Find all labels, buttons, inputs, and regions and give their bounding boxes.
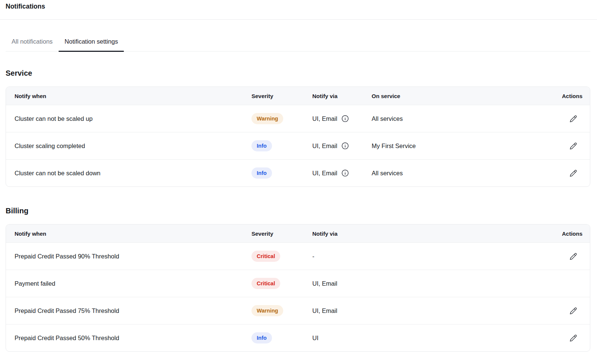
actions-cell [538,113,590,124]
pencil-icon [569,252,577,260]
pencil-icon [569,142,577,150]
pencil-icon [569,169,577,177]
on-service-cell: All services [372,170,538,177]
column-header-severity: Severity [251,230,312,237]
severity-cell: Info [251,140,312,151]
on-service-cell: All services [372,115,538,122]
notify-when-cell: Cluster can not be scaled up [6,115,251,122]
notify-when-cell: Cluster scaling completed [6,142,251,150]
tab-all-notifications[interactable]: All notifications [6,38,59,51]
notify-via-text: UI, Email [312,170,337,177]
billing-table-header-row: Notify when Severity Notify via Actions [6,225,590,242]
page-header: Notifications [0,0,597,20]
notify-when-cell: Prepaid Credit Passed 90% Threshold [6,253,251,260]
column-header-actions: Actions [538,230,590,237]
notify-via-cell: - [312,253,538,260]
billing-section: Billing Notify when Severity Notify via … [6,206,590,352]
table-row: Prepaid Credit Passed 90% Threshold Crit… [6,242,590,270]
column-header-on-service: On service [372,93,538,99]
severity-badge: Warning [251,305,283,316]
severity-badge: Critical [251,278,280,289]
actions-cell [538,141,590,151]
info-circle-icon[interactable] [341,169,349,177]
notify-when-cell: Cluster can not be scaled down [6,170,251,177]
tab-notification-settings[interactable]: Notification settings [59,38,124,51]
severity-badge: Info [251,167,272,179]
section-heading-billing: Billing [6,206,590,215]
actions-cell [538,333,590,343]
table-row: Prepaid Credit Passed 50% Threshold Info… [6,324,590,351]
edit-button[interactable] [568,113,579,124]
table-row: Cluster scaling completed Info UI, Email… [6,132,590,159]
column-header-notify-via: Notify via [312,93,372,99]
notify-via-cell: UI [312,335,538,342]
pencil-icon [569,115,577,123]
severity-badge: Info [251,332,272,343]
notify-via-text: UI, Email [312,115,337,122]
info-circle-icon[interactable] [341,115,349,122]
notify-when-cell: Prepaid Credit Passed 50% Threshold [6,335,251,342]
severity-cell: Warning [251,113,312,124]
on-service-cell: My First Service [372,142,538,150]
tab-bar: All notifications Notification settings [6,38,590,51]
section-heading-service: Service [6,69,590,78]
severity-cell: Critical [251,278,312,289]
edit-button[interactable] [568,305,579,316]
column-header-notify-when: Notify when [6,230,251,237]
edit-button[interactable] [568,141,579,151]
notify-when-cell: Prepaid Credit Passed 75% Threshold [6,307,251,314]
notify-via-text: UI, Email [312,142,337,150]
column-header-actions: Actions [538,93,590,99]
notify-via-cell: UI, Email [312,280,538,287]
severity-badge: Warning [251,113,283,124]
notify-when-cell: Payment failed [6,280,251,287]
severity-cell: Info [251,167,312,179]
main-content: Service Notify when Severity Notify via … [6,69,590,352]
severity-badge: Info [251,140,272,151]
table-row: Payment failed Critical UI, Email [6,270,590,297]
table-row: Prepaid Credit Passed 75% Threshold Warn… [6,297,590,324]
column-header-severity: Severity [251,93,312,99]
edit-button[interactable] [568,168,579,179]
billing-table: Notify when Severity Notify via Actions … [6,224,590,352]
column-header-notify-when: Notify when [6,93,251,99]
actions-cell [538,251,590,262]
pencil-icon [569,334,577,342]
service-table-header-row: Notify when Severity Notify via On servi… [6,87,590,105]
pencil-icon [569,307,577,315]
severity-cell: Info [251,332,312,343]
table-row: Cluster can not be scaled down Info UI, … [6,159,590,186]
actions-cell [538,168,590,179]
notify-via-cell: UI, Email [312,115,372,122]
page-title: Notifications [6,3,597,10]
severity-badge: Critical [251,251,280,262]
severity-cell: Warning [251,305,312,316]
edit-button[interactable] [568,333,579,343]
actions-cell [538,305,590,316]
notify-via-cell: UI, Email [312,169,372,177]
notify-via-cell: UI, Email [312,307,538,314]
severity-cell: Critical [251,251,312,262]
service-section: Service Notify when Severity Notify via … [6,69,590,187]
table-row: Cluster can not be scaled up Warning UI,… [6,105,590,132]
column-header-notify-via: Notify via [312,230,538,237]
info-circle-icon[interactable] [341,142,349,150]
actions-cell [538,278,590,289]
edit-button[interactable] [568,251,579,262]
service-table: Notify when Severity Notify via On servi… [6,87,590,187]
notify-via-cell: UI, Email [312,142,372,150]
